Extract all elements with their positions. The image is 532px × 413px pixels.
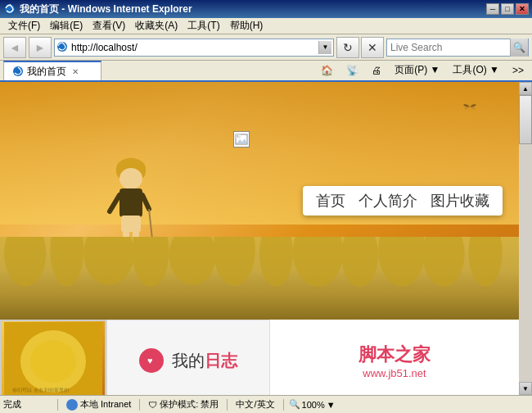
ie-icon (3, 2, 16, 16)
address-input[interactable] (71, 42, 318, 53)
menu-file[interactable]: 文件(F) (3, 18, 45, 34)
diary-label: 我的 (172, 352, 205, 370)
broken-image-icon (233, 131, 250, 148)
menu-tools[interactable]: 工具(T) (183, 18, 224, 34)
scrollbar: ▲ ▼ (519, 82, 532, 395)
menu-favorites[interactable]: 收藏夹(A) (130, 18, 183, 34)
diary-text: 我的日志 (172, 350, 237, 372)
svg-point-27 (341, 237, 378, 287)
refresh-button[interactable]: ↻ (336, 37, 359, 58)
status-divider-1 (57, 399, 58, 411)
magnify-icon: 🔍 (289, 399, 300, 410)
scroll-up-button[interactable]: ▲ (519, 82, 532, 95)
language-label: 中文/英文 (236, 398, 274, 411)
tab-icon (12, 66, 24, 77)
svg-point-4 (119, 168, 142, 189)
menu-edit[interactable]: 编辑(E) (45, 18, 88, 34)
intranet-label: 本地 Intranet (80, 398, 131, 411)
close-button[interactable]: ✕ (516, 3, 529, 15)
svg-point-26 (293, 237, 343, 287)
svg-point-28 (378, 237, 425, 287)
search-input[interactable] (387, 39, 510, 56)
tab-close-button[interactable]: ✕ (70, 66, 81, 77)
nav-about[interactable]: 个人简介 (358, 191, 417, 211)
address-dropdown[interactable]: ▼ (318, 41, 331, 54)
svg-point-21 (83, 237, 133, 285)
svg-point-24 (214, 237, 255, 286)
diary-icon: ♥ (139, 348, 164, 373)
page-button[interactable]: 页面(P) ▼ (390, 61, 444, 79)
zoom-label: 100% (302, 400, 325, 410)
bottom-right: 脚本之家 www.jb51.net (270, 320, 519, 395)
rss-button[interactable]: 📡 (341, 63, 363, 78)
scroll-track[interactable] (519, 95, 532, 382)
protected-mode-label: 保护模式: 禁用 (160, 398, 219, 411)
nav-home[interactable]: 首页 (316, 191, 345, 211)
butterfly (462, 98, 478, 115)
title-bar: 我的首页 - Windows Internet Explorer ─ □ ✕ (0, 0, 532, 18)
page-content: 首页 个人简介 图片收藏 (0, 82, 519, 395)
site-name: 脚本之家 (358, 343, 431, 367)
nav-photos[interactable]: 图片收藏 (431, 191, 489, 211)
home-button[interactable]: 🏠 (316, 63, 338, 78)
maximize-button[interactable]: □ (501, 3, 514, 15)
svg-rect-5 (119, 188, 142, 217)
svg-point-20 (50, 237, 83, 287)
address-ie-icon (56, 41, 70, 54)
content-area: 首页 个人简介 图片收藏 (0, 82, 532, 395)
tab-label: 我的首页 (27, 65, 66, 79)
shield-icon: 🛡 (148, 400, 157, 410)
status-bar: 完成 本地 Intranet 🛡 保护模式: 禁用 中文/英文 🔍 100% ▼ (0, 395, 532, 413)
scroll-thumb[interactable] (519, 95, 532, 144)
svg-point-33 (30, 340, 76, 383)
status-divider-4 (283, 399, 284, 411)
svg-line-6 (110, 195, 119, 211)
zoom-button[interactable]: 🔍 100% ▼ (289, 399, 336, 410)
menu-bar: 文件(F) 编辑(E) 查看(V) 收藏夹(A) 工具(T) 帮助(H) (0, 18, 532, 34)
svg-point-30 (469, 237, 503, 287)
svg-text:你们可以 点击 到你家里的: 你们可以 点击 到你家里的 (11, 387, 69, 393)
status-divider-2 (139, 399, 140, 411)
hero-section: 首页 个人简介 图片收藏 (0, 82, 519, 320)
scroll-down-button[interactable]: ▼ (519, 382, 532, 395)
site-url: www.jb51.net (363, 367, 426, 379)
svg-rect-8 (121, 216, 141, 232)
svg-point-22 (133, 237, 169, 287)
forward-button[interactable]: ► (29, 37, 52, 58)
status-language: 中文/英文 (232, 398, 277, 411)
svg-point-23 (169, 237, 216, 285)
navigation-bar: ◄ ► ▼ ↻ ✕ 🔍 (0, 34, 532, 61)
minimize-button[interactable]: ─ (486, 3, 499, 15)
print-button[interactable]: 🖨 (367, 63, 386, 78)
window-controls[interactable]: ─ □ ✕ (486, 3, 529, 15)
tab-toolbar: 🏠 📡 🖨 页面(P) ▼ 工具(O) ▼ >> (316, 61, 529, 80)
hero-ground (0, 237, 519, 320)
tools-button[interactable]: 工具(O) ▼ (448, 61, 504, 79)
status-done: 完成 (3, 398, 52, 411)
svg-point-19 (4, 237, 46, 287)
status-divider-3 (227, 399, 228, 411)
address-bar: ▼ (54, 39, 334, 57)
status-protected: 🛡 保护模式: 禁用 (145, 398, 222, 411)
svg-rect-16 (236, 134, 241, 138)
search-bar: 🔍 (386, 39, 529, 57)
svg-point-29 (422, 237, 464, 287)
search-button[interactable]: 🔍 (510, 39, 528, 57)
svg-point-18 (237, 135, 238, 137)
zoom-dropdown-icon: ▼ (327, 400, 336, 410)
stop-button[interactable]: ✕ (361, 37, 384, 58)
menu-help[interactable]: 帮助(H) (225, 18, 268, 34)
svg-line-7 (142, 195, 149, 209)
active-tab[interactable]: 我的首页 ✕ (3, 61, 101, 80)
window-title: 我的首页 - Windows Internet Explorer (20, 2, 192, 16)
menu-view[interactable]: 查看(V) (88, 18, 130, 34)
svg-text:♥: ♥ (147, 356, 153, 365)
bottom-section: 你们可以 点击 到你家里的 ♥ 我的日志 脚本之家 www.jb51.net (0, 320, 519, 395)
tab-bar: 我的首页 ✕ 🏠 📡 🖨 页面(P) ▼ 工具(O) ▼ >> (0, 61, 532, 82)
bottom-middle: ♥ 我的日志 (106, 320, 270, 395)
back-button[interactable]: ◄ (3, 37, 26, 58)
bottom-left-image: 你们可以 点击 到你家里的 (0, 320, 106, 395)
hero-nav: 首页 个人简介 图片收藏 (303, 186, 503, 216)
more-button[interactable]: >> (507, 63, 529, 78)
status-intranet: 本地 Intranet (63, 398, 134, 411)
